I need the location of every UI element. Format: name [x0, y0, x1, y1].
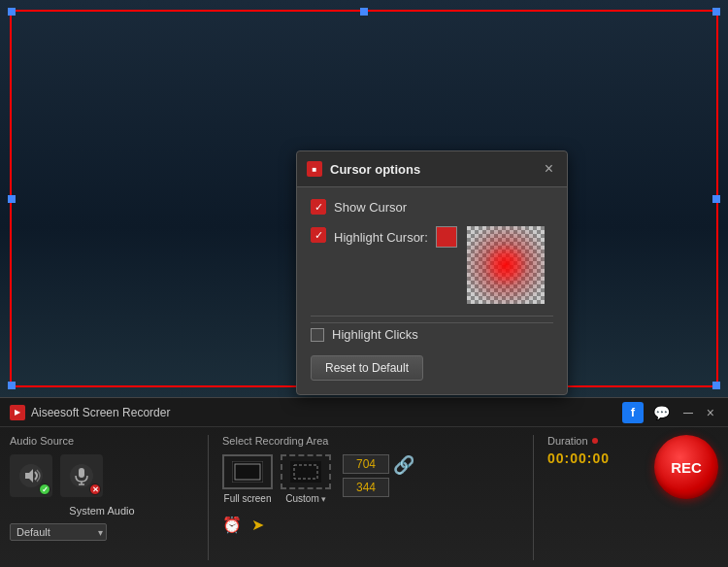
dimensions-area — [343, 454, 389, 497]
height-row — [343, 478, 389, 497]
dialog-title-icon: ■ — [307, 161, 322, 177]
cursor-options-dialog: ■ Cursor options × ✓ Show Cursor ✓ Highl… — [296, 150, 568, 395]
divider — [311, 316, 553, 317]
duration-recording-dot — [592, 438, 598, 444]
select-recording-area-label: Select Recording Area — [222, 435, 519, 447]
duration-label: Duration — [547, 435, 588, 447]
duration-label-row: Duration — [547, 435, 598, 447]
toolbar-top-bar: ▶ Aiseesoft Screen Recorder f 💬 ─ × — [0, 398, 728, 427]
height-input[interactable] — [343, 478, 389, 497]
handle-mid-left[interactable] — [8, 195, 16, 203]
rec-area-divider — [533, 435, 534, 560]
duration-value: 00:00:00 — [547, 450, 610, 466]
checkmark-icon: ✓ — [314, 229, 323, 242]
handle-top-right[interactable] — [712, 8, 720, 16]
close-button[interactable]: × — [703, 403, 718, 422]
fullscreen-thumb — [222, 454, 273, 489]
custom-area-option: Custom ▾ — [281, 454, 331, 504]
system-audio-text: System Audio — [10, 505, 194, 517]
highlight-clicks-checkbox[interactable] — [311, 328, 324, 342]
highlight-clicks-label: Highlight Clicks — [332, 327, 418, 342]
microphone-button[interactable]: ✕ — [60, 454, 103, 497]
minimize-button[interactable]: ─ — [679, 403, 697, 422]
audio-divider — [208, 435, 209, 560]
highlight-label-area: Highlight Cursor: — [334, 226, 457, 248]
handle-mid-right[interactable] — [712, 195, 720, 203]
checkmark-icon: ✓ — [314, 202, 323, 213]
bottom-icons-row: ⏰ ➤ — [222, 516, 519, 534]
audio-section: Audio Source ✓ — [10, 435, 194, 541]
dialog-close-button[interactable]: × — [541, 159, 557, 179]
link-icon-wrap: 🔗 — [393, 454, 414, 476]
highlight-preview[interactable] — [467, 226, 545, 304]
audio-icons-row: ✓ ✕ — [10, 454, 194, 497]
highlight-cursor-row: ✓ Highlight Cursor: — [311, 226, 553, 304]
show-cursor-row: ✓ Show Cursor — [311, 199, 553, 215]
width-row — [343, 454, 389, 474]
dialog-body: ✓ Show Cursor ✓ Highlight Cursor: — [297, 187, 567, 394]
custom-area-icon — [290, 461, 321, 483]
alarm-icon[interactable]: ⏰ — [222, 516, 242, 534]
handle-bot-right[interactable] — [712, 382, 720, 389]
handle-bot-left[interactable] — [8, 382, 16, 389]
mic-status: ✕ — [89, 484, 101, 495]
audio-select-wrap: Default — [10, 522, 107, 541]
dimension-link-icon[interactable]: 🔗 — [393, 454, 414, 476]
fullscreen-icon — [232, 461, 263, 483]
custom-area-label: Custom — [285, 493, 318, 504]
app-title: Aiseesoft Screen Recorder — [31, 406, 170, 419]
audio-dropdown-area: Default — [10, 522, 194, 541]
toolbar-main: Audio Source ✓ — [0, 427, 728, 567]
fullscreen-option[interactable]: Full screen — [222, 454, 273, 504]
dialog-title: Cursor options — [330, 162, 541, 177]
facebook-icon[interactable]: f — [622, 402, 644, 423]
svg-rect-2 — [79, 468, 84, 478]
fullscreen-label: Full screen — [224, 493, 272, 504]
custom-area-thumb[interactable] — [281, 454, 331, 489]
highlight-cursor-label: Highlight Cursor: — [334, 230, 428, 245]
handle-top-mid[interactable] — [360, 8, 368, 16]
app-title-area: ▶ Aiseesoft Screen Recorder — [10, 405, 170, 420]
cursor-icon[interactable]: ➤ — [251, 516, 264, 534]
show-cursor-label: Show Cursor — [334, 200, 407, 215]
glow-overlay — [467, 226, 545, 304]
system-audio-status: ✓ — [39, 484, 50, 495]
recording-area-controls: Full screen Custom ▾ — [222, 454, 519, 504]
svg-rect-7 — [290, 461, 321, 483]
reset-to-default-button[interactable]: Reset to Default — [311, 355, 423, 381]
audio-source-label: Audio Source — [10, 435, 194, 447]
recording-area-section: Select Recording Area Full screen — [222, 435, 519, 534]
color-swatch[interactable] — [436, 226, 457, 248]
rec-button[interactable]: REC — [654, 435, 718, 499]
toolbar: ▶ Aiseesoft Screen Recorder f 💬 ─ × Audi… — [0, 397, 728, 567]
highlight-clicks-row: Highlight Clicks — [311, 322, 553, 342]
highlight-cursor-right: Highlight Cursor: — [334, 226, 545, 304]
handle-top-left[interactable] — [8, 8, 16, 16]
custom-dropdown-arrow[interactable]: ▾ — [321, 494, 326, 504]
app-icon: ▶ — [10, 405, 25, 420]
system-audio-button[interactable]: ✓ — [10, 454, 52, 497]
toolbar-window-controls: f 💬 ─ × — [622, 402, 718, 423]
width-input[interactable] — [343, 454, 389, 474]
show-cursor-checkbox[interactable]: ✓ — [311, 199, 326, 215]
duration-section: Duration 00:00:00 — [547, 435, 635, 466]
highlight-cursor-checkbox[interactable]: ✓ — [311, 227, 326, 243]
dialog-header: ■ Cursor options × — [297, 151, 567, 187]
feedback-icon[interactable]: 💬 — [649, 403, 674, 422]
audio-source-select[interactable]: Default — [10, 523, 107, 541]
